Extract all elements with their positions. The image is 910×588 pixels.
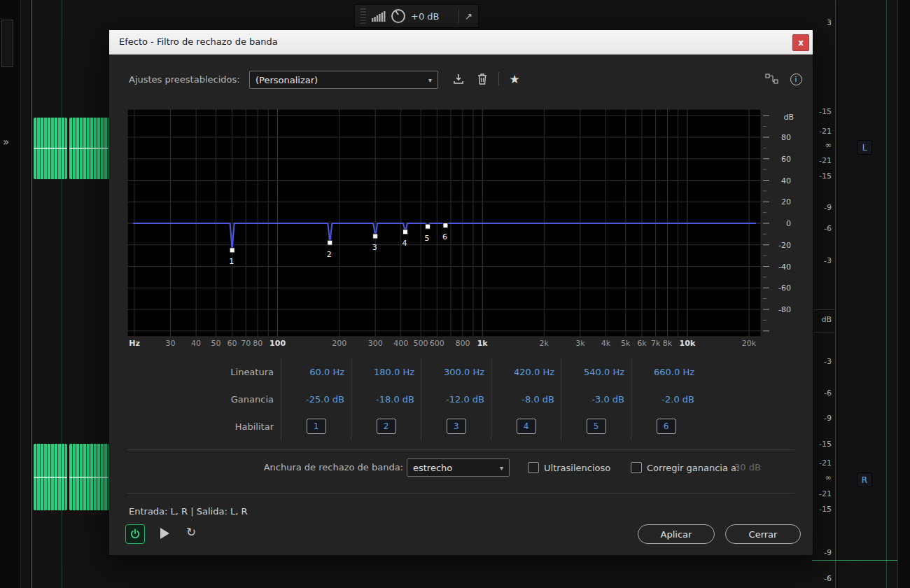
session-gridline xyxy=(835,0,836,588)
y-axis-tick-label: -60 xyxy=(778,284,791,293)
band-frequency-value[interactable]: 420.0 Hz xyxy=(491,367,561,377)
checkbox-box[interactable] xyxy=(528,462,539,473)
preview-play-button[interactable] xyxy=(155,524,174,542)
band-enable-button[interactable]: 2 xyxy=(377,419,396,434)
ruler-scale-label: -6 xyxy=(813,388,832,398)
audio-clip-waveform[interactable] xyxy=(34,118,110,179)
filter-node-handle-1[interactable] xyxy=(230,248,234,253)
band-gain-value[interactable]: -25.0 dB xyxy=(281,394,351,405)
chevron-down-icon: ▾ xyxy=(428,76,432,84)
level-meter-icon xyxy=(372,10,386,22)
waveform-segment xyxy=(69,118,110,179)
power-icon xyxy=(130,528,141,540)
band-column-4: 420.0 Hz-8.0 dB4 xyxy=(491,358,561,440)
ruler-scale-label: -15 xyxy=(813,505,832,514)
frequency-response-graph[interactable]: 123456806040200-20-40-60-80dBHz304050607… xyxy=(127,109,805,353)
filter-node-handle-4[interactable] xyxy=(402,230,407,234)
audio-clip-waveform[interactable] xyxy=(34,444,110,510)
save-icon xyxy=(452,73,465,85)
waveform-segment xyxy=(34,118,67,179)
delete-preset-button[interactable] xyxy=(473,69,491,89)
band-enable-button[interactable]: 3 xyxy=(447,419,466,434)
checkbox-box[interactable] xyxy=(631,462,642,473)
ruler-unit-label: dB xyxy=(813,315,832,324)
channel-right-badge[interactable]: R xyxy=(857,472,872,487)
filter-node-handle-5[interactable] xyxy=(425,224,430,229)
filter-node-handle-2[interactable] xyxy=(328,240,332,245)
notch-width-label: Anchura de rechazo de banda: xyxy=(127,458,403,477)
trash-icon xyxy=(477,73,488,85)
x-axis-tick-label: 20k xyxy=(742,339,757,348)
band-enable-button[interactable]: 6 xyxy=(657,419,676,434)
channel-left-badge[interactable]: L xyxy=(857,140,872,155)
right-edge-panel xyxy=(897,0,910,588)
band-enable-button[interactable]: 1 xyxy=(307,419,326,434)
favorite-button[interactable]: ★ xyxy=(505,69,524,89)
y-axis-unit-label: dB xyxy=(783,113,794,122)
band-frequency-value[interactable]: 660.0 Hz xyxy=(631,367,701,377)
band-gain-value[interactable]: -3.0 dB xyxy=(561,394,631,405)
waveform-segment xyxy=(34,444,67,510)
drag-grip-icon[interactable] xyxy=(360,8,366,24)
close-icon[interactable]: x xyxy=(792,34,809,51)
audition-workspace: » +0 dB ↗ 3-15-21∞-21-15-9-6-3-3-6-9-15-… xyxy=(0,0,910,588)
x-axis-tick-label: 800 xyxy=(455,339,470,348)
filter-node-label: 2 xyxy=(327,250,332,259)
gain-knob[interactable] xyxy=(391,9,405,23)
dialog-title-bar[interactable]: Efecto - Filtro de rechazo de banda x xyxy=(109,30,813,55)
x-axis-tick-label: Hz xyxy=(129,339,140,348)
amplitude-ruler: 3-15-21∞-21-15-9-6-3-3-6-9-15-21∞-21-15-… xyxy=(813,0,832,588)
checkbox-label: Ultrasilencioso xyxy=(544,463,610,473)
dialog-title: Efecto - Filtro de rechazo de banda xyxy=(119,30,278,54)
gain-correct-checkbox[interactable]: Corregir ganancia a: xyxy=(631,458,739,477)
band-gain-value[interactable]: -12.0 dB xyxy=(421,394,491,405)
ruler-scale-label: -21 xyxy=(813,156,832,165)
y-axis-tick-label: -80 xyxy=(778,305,791,314)
filter-node-label: 1 xyxy=(229,257,234,266)
effect-power-toggle[interactable] xyxy=(125,524,145,544)
gain-value[interactable]: +0 dB xyxy=(411,11,439,22)
band-gain-value[interactable]: -18.0 dB xyxy=(351,394,421,405)
ruler-scale-label: -15 xyxy=(813,107,832,116)
ultra-quiet-checkbox[interactable]: Ultrasilencioso xyxy=(528,458,610,477)
ruler-scale-label: -6 xyxy=(813,224,832,233)
save-preset-button[interactable] xyxy=(449,69,468,89)
band-frequency-value[interactable]: 300.0 Hz xyxy=(421,367,491,377)
x-axis-tick-label: 6k xyxy=(637,339,647,348)
x-axis-tick-label: 600 xyxy=(430,339,444,348)
loop-playback-button[interactable]: ↻ xyxy=(182,523,200,541)
band-enable-button[interactable]: 4 xyxy=(517,419,536,434)
section-divider xyxy=(127,449,794,450)
filter-node-label: 6 xyxy=(442,232,447,241)
close-button[interactable]: Cerrar xyxy=(725,524,801,544)
notch-width-dropdown[interactable]: estrecho ▾ xyxy=(407,458,510,477)
band-frequency-value[interactable]: 180.0 Hz xyxy=(351,367,421,377)
info-button[interactable]: i xyxy=(787,69,805,89)
apply-button[interactable]: Aplicar xyxy=(638,524,715,544)
routing-editor-button[interactable] xyxy=(763,69,781,89)
playhead-line[interactable] xyxy=(31,0,32,588)
filter-node-label: 5 xyxy=(424,234,429,243)
band-gain-value[interactable]: -8.0 dB xyxy=(491,394,561,405)
volume-hud-toolbar: +0 dB ↗ xyxy=(354,4,479,28)
x-axis-tick-label: 1k xyxy=(477,339,489,348)
pin-panel-icon[interactable]: ↗ xyxy=(465,11,472,22)
y-axis-tick-label: 60 xyxy=(781,155,791,164)
ruler-scale-label: ∞ xyxy=(813,141,832,150)
band-column-5: 540.0 Hz-3.0 dB5 xyxy=(561,358,631,440)
y-axis-tick-label: 20 xyxy=(781,197,791,206)
notch-width-value: estrecho xyxy=(413,463,452,473)
presets-dropdown-value: (Personalizar) xyxy=(255,75,318,85)
presets-dropdown[interactable]: (Personalizar) ▾ xyxy=(249,71,438,89)
ruler-scale-label: -9 xyxy=(813,203,832,212)
filter-node-handle-6[interactable] xyxy=(443,223,448,228)
info-icon: i xyxy=(790,74,802,85)
x-axis-tick-label: 50 xyxy=(211,339,221,348)
section-divider xyxy=(127,493,794,493)
band-gain-value[interactable]: -2.0 dB xyxy=(631,394,701,405)
panel-expand-chevron-icon[interactable]: » xyxy=(3,136,9,148)
band-enable-button[interactable]: 5 xyxy=(587,419,606,434)
band-frequency-value[interactable]: 60.0 Hz xyxy=(281,367,351,377)
band-frequency-value[interactable]: 540.0 Hz xyxy=(561,367,631,377)
filter-node-handle-3[interactable] xyxy=(373,234,378,239)
